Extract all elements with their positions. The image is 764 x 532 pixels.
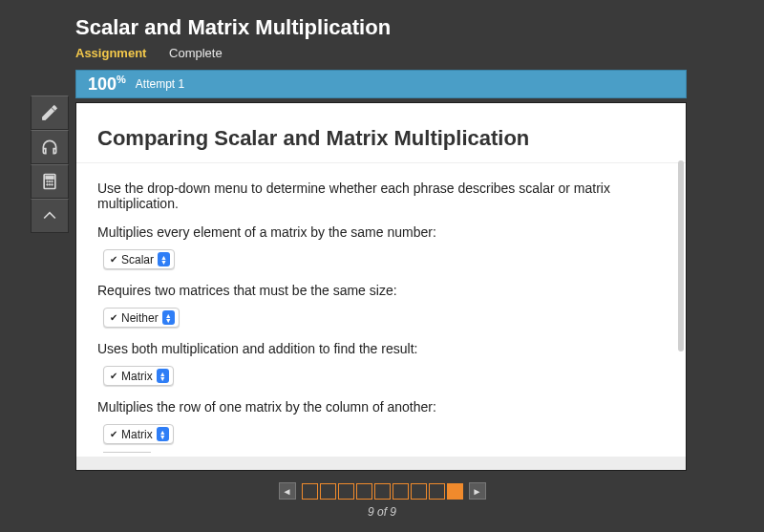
check-icon: ✔ — [110, 254, 117, 265]
score-percent: 100% — [88, 74, 126, 95]
question-card: Comparing Scalar and Matrix Multiplicati… — [75, 102, 687, 471]
question-heading: Comparing Scalar and Matrix Multiplicati… — [76, 103, 686, 162]
answer-dropdown[interactable]: ✔ Matrix ▲▼ — [103, 366, 174, 386]
question-prompt: Requires two matrices that must be the s… — [97, 283, 665, 298]
chevron-updown-icon: ▲▼ — [157, 427, 169, 441]
page-title: Scalar and Matrix Multiplication — [75, 10, 687, 42]
question-item: Multiplies the row of one matrix by the … — [97, 399, 665, 453]
status-label: Complete — [169, 46, 223, 60]
page-box[interactable] — [320, 483, 336, 500]
answer-dropdown[interactable]: ✔ Scalar ▲▼ — [103, 249, 175, 269]
calculator-icon[interactable] — [31, 164, 69, 199]
page-box[interactable] — [356, 483, 372, 500]
answer-dropdown[interactable]: ✔ Neither ▲▼ — [103, 308, 180, 328]
question-body[interactable]: Use the drop-down menu to determine whet… — [76, 162, 686, 468]
svg-rect-1 — [46, 176, 53, 179]
attempt-label: Attempt 1 — [136, 77, 184, 91]
next-button[interactable]: ► — [469, 482, 486, 500]
page-boxes — [302, 483, 463, 500]
pencil-icon[interactable] — [31, 96, 69, 130]
check-icon: ✔ — [110, 312, 117, 323]
pager-label: 9 of 9 — [0, 505, 764, 519]
svg-point-3 — [49, 181, 51, 182]
question-prompt: Multiplies every element of a matrix by … — [97, 224, 665, 240]
question-item: Uses both multiplication and addition to… — [97, 341, 665, 386]
question-prompt: Multiplies the row of one matrix by the … — [97, 399, 665, 415]
page-box[interactable] — [338, 483, 354, 500]
divider — [103, 452, 151, 453]
question-prompt: Uses both multiplication and addition to… — [97, 341, 665, 356]
svg-point-4 — [52, 181, 53, 182]
score-bar: 100% Attempt 1 — [75, 70, 687, 98]
assignment-label: Assignment — [75, 46, 146, 60]
page-box[interactable] — [302, 483, 318, 500]
dropdown-value: Neither — [121, 311, 159, 325]
question-item: Requires two matrices that must be the s… — [97, 283, 665, 328]
question-item: Multiplies every element of a matrix by … — [97, 224, 665, 269]
chevron-updown-icon: ▲▼ — [157, 369, 169, 383]
scrollbar[interactable] — [678, 160, 684, 351]
svg-point-7 — [52, 184, 53, 186]
chevron-updown-icon: ▲▼ — [158, 252, 170, 266]
question-instruction: Use the drop-down menu to determine whet… — [97, 181, 665, 211]
page-box[interactable] — [429, 483, 445, 500]
check-icon: ✔ — [110, 429, 117, 439]
headphones-icon[interactable] — [31, 130, 69, 164]
collapse-up-icon[interactable] — [31, 199, 69, 233]
subtitle-row: Assignment Complete — [75, 42, 687, 70]
prev-button[interactable]: ◄ — [279, 482, 296, 500]
page-box[interactable] — [393, 483, 409, 500]
dropdown-value: Scalar — [121, 253, 154, 266]
footer-fade — [76, 457, 686, 470]
dropdown-value: Matrix — [121, 370, 153, 383]
chevron-updown-icon: ▲▼ — [162, 310, 175, 325]
svg-point-2 — [47, 181, 49, 182]
dropdown-value: Matrix — [121, 428, 153, 441]
pager: ◄ ► 9 of 9 — [0, 481, 764, 520]
answer-dropdown[interactable]: ✔ Matrix ▲▼ — [103, 424, 174, 444]
check-icon: ✔ — [110, 371, 117, 381]
page-box[interactable] — [411, 483, 427, 500]
svg-point-5 — [47, 184, 49, 186]
page-box[interactable] — [447, 483, 463, 500]
svg-point-6 — [49, 184, 51, 186]
page-box[interactable] — [374, 483, 391, 500]
